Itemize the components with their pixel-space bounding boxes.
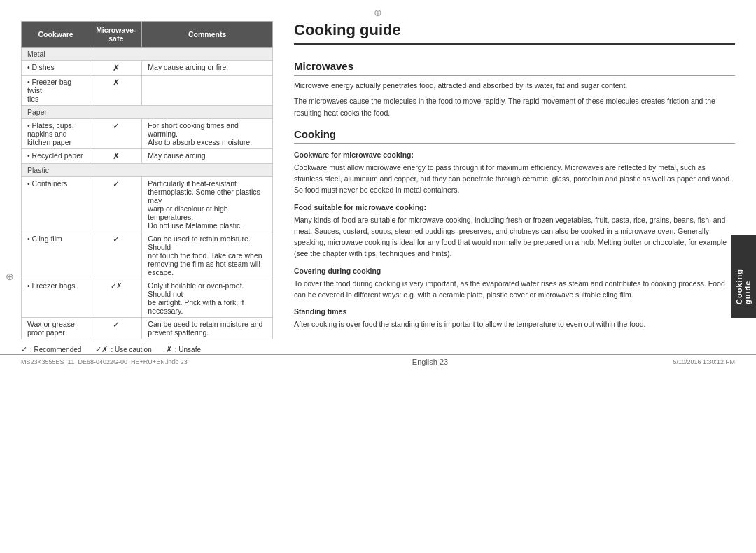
page-title: Cooking guide — [294, 21, 735, 45]
bottom-bar: MS23K3555ES_11_DE68-04022G-00_HE+RU+EN.i… — [0, 354, 756, 369]
bottom-left-text: MS23K3555ES_11_DE68-04022G-00_HE+RU+EN.i… — [21, 358, 188, 365]
legend-label: : Recommended — [30, 346, 81, 354]
symbol-check: ✓ — [113, 179, 120, 189]
reg-mark-left: ⊕ — [6, 271, 14, 282]
legend-symbol: ✗ — [166, 345, 172, 354]
cookware-cell: • Freezer bags — [22, 279, 90, 318]
comment-cell: Particularly if heat-resistantthermoplas… — [142, 177, 273, 232]
safe-cell: ✗ — [90, 149, 142, 164]
comment-cell — [142, 76, 273, 106]
legend-item: ✓✗: Use caution — [95, 345, 151, 354]
col-header-safe: Microwave- safe — [90, 22, 142, 48]
section: MicrowavesMicrowave energy actually pene… — [294, 60, 735, 118]
comment-cell: For short cooking times and warming.Also… — [142, 119, 273, 149]
section: CookingCookware for microwave cooking:Co… — [294, 128, 735, 330]
section-paragraph: Microwave energy actually penetrates foo… — [294, 80, 735, 91]
right-column: Cooking guide MicrowavesMicrowave energy… — [294, 21, 735, 354]
legend-item: ✗: Unsafe — [166, 345, 201, 354]
subsection-text: After cooking is over food the standing … — [294, 318, 735, 330]
bottom-right-text: 5/10/2016 1:30:12 PM — [673, 358, 735, 365]
safe-cell: ✓ — [90, 318, 142, 340]
symbol-x: ✗ — [113, 78, 120, 88]
symbol-check: ✓ — [113, 234, 120, 244]
cookware-cell: • Cling film — [22, 232, 90, 279]
cookware-cell: • Containers — [22, 177, 90, 232]
section-title: Microwaves — [294, 60, 735, 76]
subsection-title: Standing times — [294, 307, 735, 316]
category-cell: Plastic — [22, 164, 273, 177]
col-header-comments: Comments — [142, 22, 273, 48]
legend-symbol: ✓ — [21, 345, 27, 354]
reg-mark-top: ⊕ — [374, 7, 382, 18]
safe-cell: ✗ — [90, 76, 142, 106]
subsection-text: Cookware must allow microwave energy to … — [294, 162, 735, 196]
right-sections: MicrowavesMicrowave energy actually pene… — [294, 50, 735, 334]
cookware-cell: • Freezer bag twist ties — [22, 76, 90, 106]
safe-cell: ✓ — [90, 119, 142, 149]
safe-cell: ✓ — [90, 177, 142, 232]
cookware-table: Cookware Microwave- safe Comments Metal … — [21, 21, 273, 340]
subsection-title: Food suitable for microwave cooking: — [294, 203, 735, 211]
cookware-cell: Wax or grease-proof paper — [22, 318, 90, 340]
left-column: Cookware Microwave- safe Comments Metal … — [21, 21, 273, 354]
cookware-cell: • Dishes — [22, 61, 90, 76]
side-tab: Cooking guide — [731, 234, 756, 318]
safe-cell: ✓✗ — [90, 279, 142, 318]
symbol-check: ✓ — [113, 121, 120, 131]
subsection-text: Many kinds of food are suitable for micr… — [294, 214, 735, 260]
cookware-cell: • Plates, cups, napkins and kitchen pape… — [22, 119, 90, 149]
legend-row: ✓: Recommended✓✗: Use caution✗: Unsafe — [21, 345, 273, 354]
section-paragraph: The microwaves cause the molecules in th… — [294, 95, 735, 118]
symbol-x: ✗ — [113, 63, 120, 73]
comment-cell: May cause arcing or fire. — [142, 61, 273, 76]
comment-cell: Can be used to retain moisture. Shouldno… — [142, 232, 273, 279]
legend-label: : Use caution — [111, 346, 151, 354]
category-cell: Metal — [22, 48, 273, 61]
symbol-check: ✓ — [113, 320, 120, 330]
section-title: Cooking — [294, 128, 735, 144]
symbol-x: ✗ — [113, 151, 120, 161]
legend-item: ✓: Recommended — [21, 345, 81, 354]
comment-cell: May cause arcing. — [142, 149, 273, 164]
safe-cell: ✗ — [90, 61, 142, 76]
comment-cell: Only if boilable or oven-proof. Should n… — [142, 279, 273, 318]
legend-symbol: ✓✗ — [95, 345, 108, 354]
subsection-title: Cookware for microwave cooking: — [294, 150, 735, 159]
subsection-title: Covering during cooking — [294, 267, 735, 275]
legend-label: : Unsafe — [175, 346, 201, 354]
main-content: Cookware Microwave- safe Comments Metal … — [0, 0, 756, 354]
safe-cell: ✓ — [90, 232, 142, 279]
subsection-text: To cover the food during cooking is very… — [294, 278, 735, 301]
cookware-cell: • Recycled paper — [22, 149, 90, 164]
category-cell: Paper — [22, 106, 273, 119]
col-header-cookware: Cookware — [22, 22, 90, 48]
page-number: English 23 — [412, 358, 448, 366]
comment-cell: Can be used to retain moisture andpreven… — [142, 318, 273, 340]
symbol-checkx: ✓✗ — [111, 282, 122, 290]
